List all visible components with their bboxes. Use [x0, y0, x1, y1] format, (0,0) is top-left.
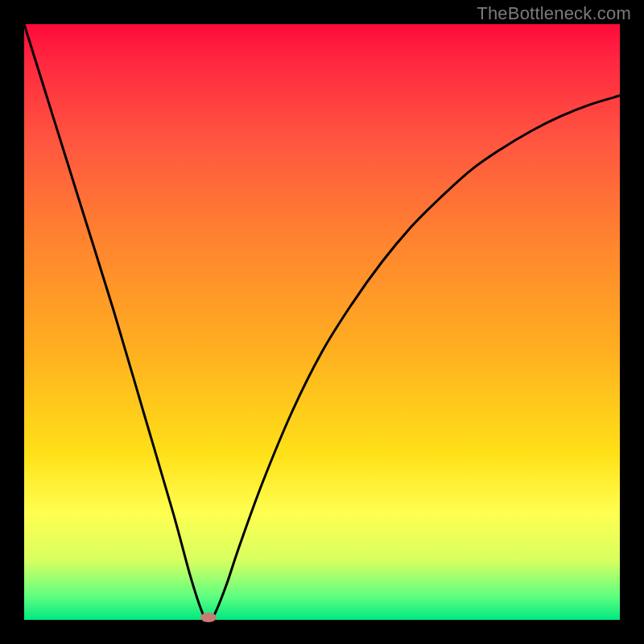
minimum-marker — [200, 613, 217, 622]
watermark-text: TheBottleneck.com — [477, 3, 631, 24]
plot-area — [24, 24, 620, 620]
bottleneck-curve — [24, 24, 620, 620]
chart-frame: TheBottleneck.com — [0, 0, 644, 644]
